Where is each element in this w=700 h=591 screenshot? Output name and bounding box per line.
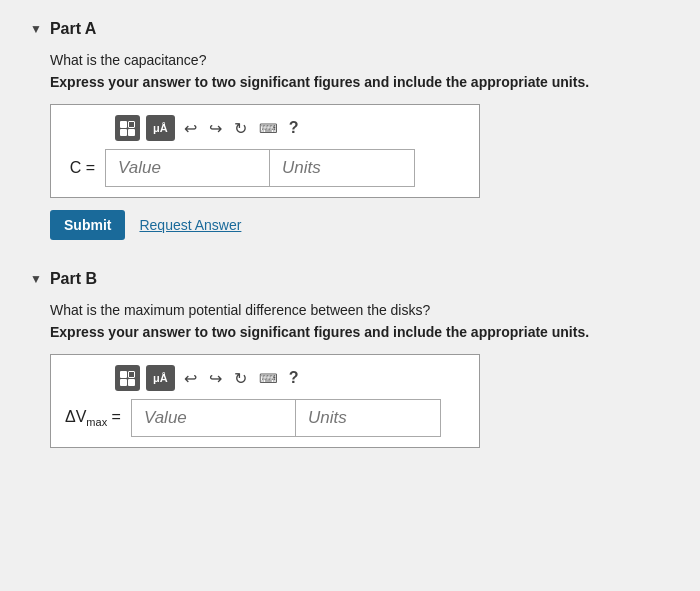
part-a-question: What is the capacitance? — [50, 52, 670, 68]
part-b-value-input[interactable] — [131, 399, 296, 437]
help-icon: ? — [289, 119, 299, 137]
part-b-section: ▼ Part B What is the maximum potential d… — [30, 270, 670, 448]
units-symbol-button-b[interactable]: μÅ — [146, 365, 175, 391]
part-b-input-row: ΔVmax = — [65, 399, 465, 437]
part-b-header: ▼ Part B — [30, 270, 670, 288]
keyboard-button[interactable]: ⌨ — [256, 119, 281, 138]
matrix-button[interactable] — [115, 115, 140, 141]
part-b-toolbar: μÅ ↩ ↪ ↻ ⌨ ? — [115, 365, 465, 391]
grid-icon-b — [120, 371, 135, 386]
part-a-title: Part A — [50, 20, 97, 38]
part-a-header: ▼ Part A — [30, 20, 670, 38]
part-a-actions: Submit Request Answer — [50, 210, 670, 240]
redo-button[interactable]: ↪ — [206, 117, 225, 140]
grid-cell — [128, 129, 135, 136]
part-a-section: ▼ Part A What is the capacitance? Expres… — [30, 20, 670, 240]
part-a-value-input[interactable] — [105, 149, 270, 187]
undo-button[interactable]: ↩ — [181, 117, 200, 140]
part-a-instruction: Express your answer to two significant f… — [50, 74, 670, 90]
part-a-input-row: C = — [65, 149, 465, 187]
help-icon-b: ? — [289, 369, 299, 387]
matrix-button-b[interactable] — [115, 365, 140, 391]
request-answer-button[interactable]: Request Answer — [139, 217, 241, 233]
part-b-units-input[interactable] — [296, 399, 441, 437]
part-b-sub: max — [86, 416, 107, 428]
part-b-instruction: Express your answer to two significant f… — [50, 324, 670, 340]
redo-button-b[interactable]: ↪ — [206, 367, 225, 390]
keyboard-button-b[interactable]: ⌨ — [256, 369, 281, 388]
grid-cell — [120, 371, 127, 378]
part-a-equation-label: C = — [65, 159, 95, 177]
part-b-chevron-icon[interactable]: ▼ — [30, 272, 42, 286]
reset-button-b[interactable]: ↻ — [231, 367, 250, 390]
part-a-answer-box: μÅ ↩ ↪ ↻ ⌨ ? C = — [50, 104, 480, 198]
grid-icon — [120, 121, 135, 136]
part-a-toolbar: μÅ ↩ ↪ ↻ ⌨ ? — [115, 115, 465, 141]
grid-cell — [120, 121, 127, 128]
grid-cell — [128, 379, 135, 386]
part-a-chevron-icon[interactable]: ▼ — [30, 22, 42, 36]
reset-button[interactable]: ↻ — [231, 117, 250, 140]
undo-button-b[interactable]: ↩ — [181, 367, 200, 390]
grid-cell — [128, 371, 135, 378]
submit-button[interactable]: Submit — [50, 210, 125, 240]
grid-cell — [120, 379, 127, 386]
part-b-answer-box: μÅ ↩ ↪ ↻ ⌨ ? ΔVmax = — [50, 354, 480, 448]
units-symbol-button[interactable]: μÅ — [146, 115, 175, 141]
grid-cell — [128, 121, 135, 128]
part-b-title: Part B — [50, 270, 97, 288]
part-b-equation-label: ΔVmax = — [65, 408, 121, 428]
part-b-question: What is the maximum potential difference… — [50, 302, 670, 318]
grid-cell — [120, 129, 127, 136]
part-a-units-input[interactable] — [270, 149, 415, 187]
